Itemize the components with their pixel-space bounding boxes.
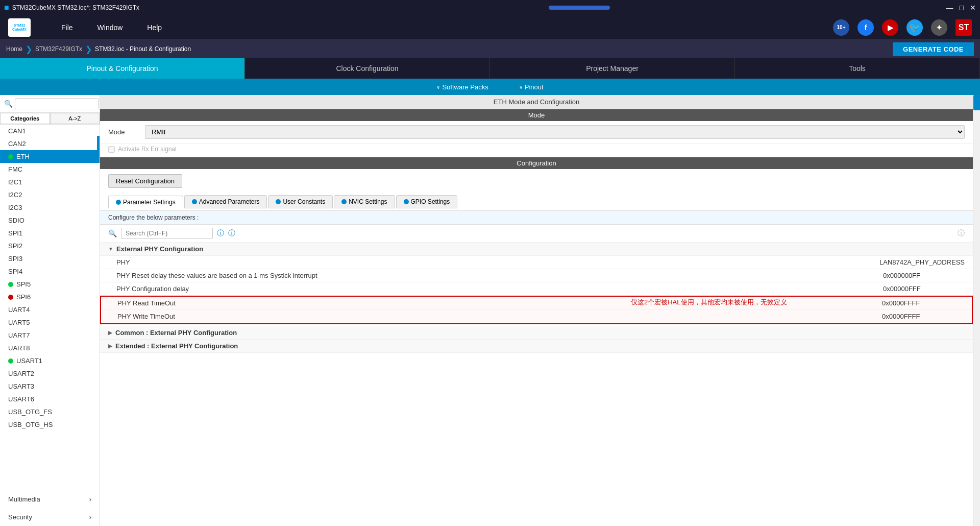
breadcrumb-current[interactable]: STM32.ioc - Pinout & Configuration <box>95 45 191 53</box>
sidebar-item-can1-label: CAN1 <box>8 127 26 135</box>
sidebar-item-usart3[interactable]: USART3 <box>0 380 100 393</box>
sidebar-item-i2c2[interactable]: I2C2 <box>0 188 100 201</box>
sidebar-section-security[interactable]: Security › <box>0 508 100 526</box>
reset-config-button[interactable]: Reset Configuration <box>108 174 182 188</box>
param-phy-name: PHY <box>116 258 879 266</box>
sidebar-item-usb-otg-fs[interactable]: USB_OTG_FS <box>0 405 100 418</box>
sidebar-item-fmc[interactable]: FMC <box>0 163 100 176</box>
sidebar-item-usart6[interactable]: USART6 <box>0 393 100 405</box>
params-search-icon: 🔍 <box>108 229 117 237</box>
sidebar-item-uart7-label: UART7 <box>8 331 30 339</box>
spi5-status-dot <box>8 282 13 287</box>
sidebar-item-spi2[interactable]: SPI2 <box>0 240 100 252</box>
tab-tools[interactable]: Tools <box>735 58 980 79</box>
params-search-input[interactable] <box>121 228 213 239</box>
sub-tab-software-packs[interactable]: ∨ Software Packs <box>436 83 488 91</box>
sidebar-item-sdio[interactable]: SDIO <box>0 214 100 227</box>
close-button[interactable]: ✕ <box>970 4 976 12</box>
param-groups-container: ▼ External PHY Configuration PHY LAN8742… <box>100 243 973 353</box>
sidebar-item-spi5[interactable]: SPI5 <box>0 278 100 291</box>
tab-project[interactable]: Project Manager <box>490 58 735 79</box>
sidebar-item-usart6-label: USART6 <box>8 395 34 403</box>
config-tab-user-constants[interactable]: User Constants <box>268 195 333 208</box>
menu-window[interactable]: Window <box>97 23 123 32</box>
sidebar-item-i2c1[interactable]: I2C1 <box>0 176 100 188</box>
titlebar-left: ■ STM32CubeMX STM32.ioc*: STM32F429IGTx <box>4 3 408 12</box>
sidebar-item-can1[interactable]: CAN1 <box>0 125 100 137</box>
sidebar-scrollbar <box>97 136 100 156</box>
sidebar-item-spi4[interactable]: SPI4 <box>0 265 100 278</box>
menu-file[interactable]: File <box>61 23 73 32</box>
param-group-external-phy[interactable]: ▼ External PHY Configuration <box>100 243 973 256</box>
param-row-phy-read-timeout: PHY Read TimeOut 0x0000FFFF <box>101 297 972 310</box>
generate-code-button[interactable]: GENERATE CODE <box>893 42 974 56</box>
menubar: STM32CubeMX File Window Help 10+ f ▶ 🐦 ✦… <box>0 15 980 40</box>
config-tab-advanced-parameters[interactable]: Advanced Parameters <box>184 195 267 208</box>
icon-years: 10+ <box>833 19 849 36</box>
param-group-extended[interactable]: ▶ Extended : External PHY Configuration <box>100 340 973 353</box>
params-icon-2[interactable]: ⓘ <box>228 229 235 238</box>
icon-youtube: ▶ <box>882 19 898 36</box>
params-icon-1[interactable]: ⓘ <box>217 229 224 238</box>
maximize-button[interactable]: □ <box>960 4 964 12</box>
breadcrumb-chip[interactable]: STM32F429IGTx <box>35 45 82 53</box>
sidebar-item-i2c3-label: I2C3 <box>8 204 22 211</box>
sidebar-item-eth[interactable]: ETH <box>0 150 100 163</box>
sidebar-item-spi6[interactable]: SPI6 <box>0 291 100 303</box>
menubar-left: STM32CubeMX File Window Help <box>8 18 162 37</box>
panel-header: ETH Mode and Configuration <box>100 95 973 109</box>
sidebar-item-usart2[interactable]: USART2 <box>0 367 100 380</box>
sub-tab-pinout[interactable]: ∨ Pinout <box>519 83 544 91</box>
activate-checkbox[interactable] <box>108 146 115 153</box>
multimedia-label: Multimedia <box>8 495 40 503</box>
breadcrumb-arrow-1: ❯ <box>26 44 32 54</box>
sidebar-item-can2[interactable]: CAN2 <box>0 137 100 150</box>
sidebar-item-usb-otg-hs[interactable]: USB_OTG_HS <box>0 418 100 431</box>
sidebar-item-can2-label: CAN2 <box>8 140 26 148</box>
tab-pinout[interactable]: Pinout & Configuration <box>0 58 245 79</box>
sidebar-search-input[interactable] <box>15 98 99 109</box>
param-phy-reset-name: PHY Reset delay these values are based o… <box>116 272 883 279</box>
sidebar-item-i2c3[interactable]: I2C3 <box>0 201 100 214</box>
right-scrollbar[interactable] <box>973 95 980 526</box>
param-group-common[interactable]: ▶ Common : External PHY Configuration <box>100 326 973 340</box>
config-tab-nvic-settings[interactable]: NVIC Settings <box>334 195 395 208</box>
sidebar-item-spi4-label: SPI4 <box>8 268 22 275</box>
minimize-button[interactable]: — <box>946 4 953 12</box>
tab-clock[interactable]: Clock Configuration <box>245 58 490 79</box>
sidebar-item-usart2-label: USART2 <box>8 370 34 377</box>
menu-help[interactable]: Help <box>147 23 162 32</box>
tab-dot-3 <box>276 199 281 204</box>
config-tab-4-label: GPIO Settings <box>411 198 450 205</box>
sidebar-item-usart3-label: USART3 <box>8 382 34 390</box>
params-header: Configure the below parameters : <box>100 211 973 225</box>
sidebar-item-uart5[interactable]: UART5 <box>0 316 100 329</box>
config-tab-parameter-settings[interactable]: Parameter Settings <box>108 196 183 208</box>
filter-tab-categories[interactable]: Categories <box>0 113 50 124</box>
highlighted-group: PHY Read TimeOut 0x0000FFFF PHY Write Ti… <box>100 296 973 324</box>
scrollbar-thumb <box>973 95 980 110</box>
breadcrumb-home[interactable]: Home <box>6 45 22 53</box>
sidebar-item-uart7[interactable]: UART7 <box>0 329 100 342</box>
sidebar-item-spi3[interactable]: SPI3 <box>0 252 100 265</box>
config-tab-gpio-settings[interactable]: GPIO Settings <box>396 195 458 208</box>
config-tab-1-label: Advanced Parameters <box>199 198 260 205</box>
param-phy-write-timeout-value: 0x0000FFFF <box>882 313 964 320</box>
sidebar-section-multimedia[interactable]: Multimedia › <box>0 490 100 508</box>
param-phy-reset-value: 0x000000FF <box>883 272 965 279</box>
reset-btn-container: Reset Configuration <box>100 169 973 193</box>
sidebar-item-spi1[interactable]: SPI1 <box>0 227 100 240</box>
mode-label: Mode <box>108 128 139 136</box>
sidebar-item-spi3-label: SPI3 <box>8 255 22 262</box>
filter-tab-az[interactable]: A->Z <box>50 113 100 124</box>
sidebar-item-uart4[interactable]: UART4 <box>0 303 100 316</box>
sidebar-item-uart8[interactable]: UART8 <box>0 342 100 354</box>
titlebar-title: STM32CubeMX STM32.ioc*: STM32F429IGTx <box>12 4 139 11</box>
mode-select[interactable]: RMII <box>145 125 965 139</box>
sidebar-search-bar: 🔍 ⚙ <box>0 95 100 113</box>
config-tab-0-label: Parameter Settings <box>123 199 176 206</box>
logo-box: STM32CubeMX <box>8 18 31 37</box>
sidebar-item-sdio-label: SDIO <box>8 217 24 224</box>
icon-network: ✦ <box>931 19 947 36</box>
sidebar-item-usart1[interactable]: USART1 <box>0 354 100 367</box>
